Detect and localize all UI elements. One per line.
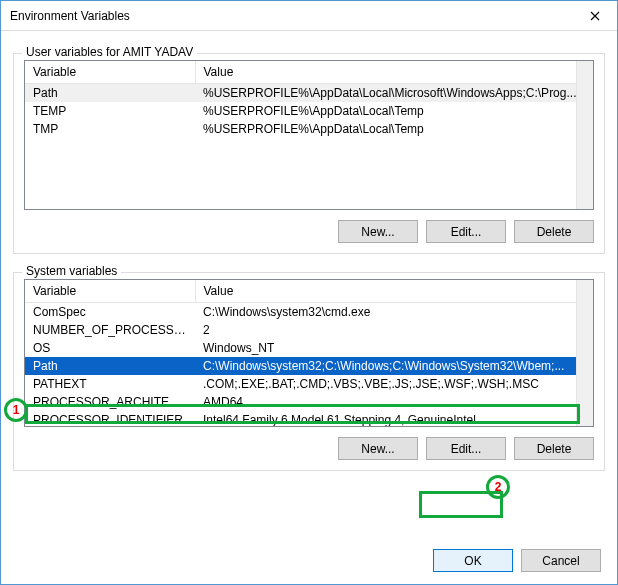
cell-val: %USERPROFILE%\AppData\Local\Microsoft\Wi…	[195, 84, 593, 103]
table-row-selected[interactable]: Path C:\Windows\system32;C:\Windows;C:\W…	[25, 357, 593, 375]
annotation-box-edit-button	[419, 491, 503, 518]
cell-val: .COM;.EXE;.BAT;.CMD;.VBS;.VBE;.JS;.JSE;.…	[195, 375, 593, 393]
close-button[interactable]	[572, 1, 617, 30]
close-icon	[590, 11, 600, 21]
system-new-button[interactable]: New...	[338, 437, 418, 460]
scrollbar[interactable]	[576, 280, 593, 426]
dialog-buttons: OK Cancel	[433, 549, 601, 572]
user-variables-table[interactable]: Variable Value Path %USERPROFILE%\AppDat…	[24, 60, 594, 210]
user-col-variable[interactable]: Variable	[25, 61, 195, 84]
user-col-value[interactable]: Value	[195, 61, 593, 84]
cell-var: Path	[25, 357, 195, 375]
cell-val: C:\Windows\system32;C:\Windows;C:\Window…	[195, 357, 593, 375]
table-row[interactable]: TEMP %USERPROFILE%\AppData\Local\Temp	[25, 102, 593, 120]
user-new-button[interactable]: New...	[338, 220, 418, 243]
cell-var: PROCESSOR_ARCHITECTURE	[25, 393, 195, 411]
table-row[interactable]: ComSpec C:\Windows\system32\cmd.exe	[25, 303, 593, 322]
cell-val: Intel64 Family 6 Model 61 Stepping 4, Ge…	[195, 411, 593, 427]
cell-var: Path	[25, 84, 195, 103]
table-row[interactable]: PROCESSOR_IDENTIFIER Intel64 Family 6 Mo…	[25, 411, 593, 427]
sys-col-variable[interactable]: Variable	[25, 280, 195, 303]
sys-col-value[interactable]: Value	[195, 280, 593, 303]
cell-var: TMP	[25, 120, 195, 138]
table-row[interactable]: Path %USERPROFILE%\AppData\Local\Microso…	[25, 84, 593, 103]
dialog-window: Environment Variables User variables for…	[0, 0, 618, 585]
user-buttons: New... Edit... Delete	[24, 220, 594, 243]
window-title: Environment Variables	[10, 1, 130, 31]
cell-var: PATHEXT	[25, 375, 195, 393]
cancel-button[interactable]: Cancel	[521, 549, 601, 572]
cell-var: TEMP	[25, 102, 195, 120]
scrollbar[interactable]	[576, 61, 593, 209]
system-variables-table[interactable]: Variable Value ComSpec C:\Windows\system…	[24, 279, 594, 427]
user-variables-group: User variables for AMIT YADAV Variable V…	[13, 53, 605, 254]
user-group-title: User variables for AMIT YADAV	[22, 45, 197, 59]
cell-val: %USERPROFILE%\AppData\Local\Temp	[195, 120, 593, 138]
cell-val: AMD64	[195, 393, 593, 411]
table-row[interactable]: NUMBER_OF_PROCESSORS 2	[25, 321, 593, 339]
cell-val: C:\Windows\system32\cmd.exe	[195, 303, 593, 322]
cell-val: 2	[195, 321, 593, 339]
table-row[interactable]: TMP %USERPROFILE%\AppData\Local\Temp	[25, 120, 593, 138]
ok-button[interactable]: OK	[433, 549, 513, 572]
dialog-content: User variables for AMIT YADAV Variable V…	[1, 31, 617, 483]
user-edit-button[interactable]: Edit...	[426, 220, 506, 243]
table-row[interactable]: PATHEXT .COM;.EXE;.BAT;.CMD;.VBS;.VBE;.J…	[25, 375, 593, 393]
cell-var: PROCESSOR_IDENTIFIER	[25, 411, 195, 427]
cell-val: Windows_NT	[195, 339, 593, 357]
cell-val: %USERPROFILE%\AppData\Local\Temp	[195, 102, 593, 120]
user-delete-button[interactable]: Delete	[514, 220, 594, 243]
cell-var: NUMBER_OF_PROCESSORS	[25, 321, 195, 339]
table-row[interactable]: PROCESSOR_ARCHITECTURE AMD64	[25, 393, 593, 411]
cell-var: ComSpec	[25, 303, 195, 322]
table-row[interactable]: OS Windows_NT	[25, 339, 593, 357]
titlebar: Environment Variables	[1, 1, 617, 31]
system-variables-group: System variables Variable Value ComSpec …	[13, 272, 605, 471]
system-edit-button[interactable]: Edit...	[426, 437, 506, 460]
system-buttons: New... Edit... Delete	[24, 437, 594, 460]
system-group-title: System variables	[22, 264, 121, 278]
system-delete-button[interactable]: Delete	[514, 437, 594, 460]
cell-var: OS	[25, 339, 195, 357]
